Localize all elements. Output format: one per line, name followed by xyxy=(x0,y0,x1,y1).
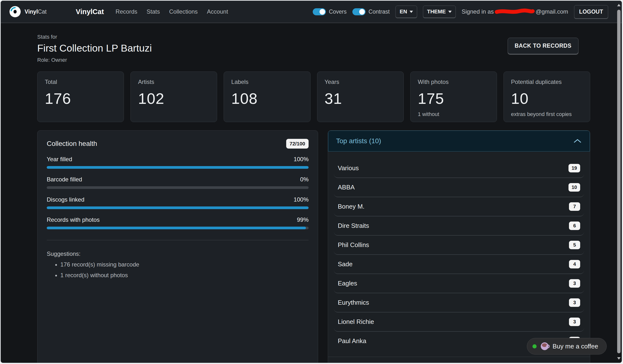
metric-value: 99% xyxy=(297,216,309,223)
artist-name: Sade xyxy=(338,261,353,268)
artist-name: ABBA xyxy=(338,183,355,191)
progress-bar xyxy=(47,186,309,189)
artist-count-badge: 5 xyxy=(569,241,580,249)
stat-card-subtext: 1 without xyxy=(418,111,490,118)
covers-toggle[interactable] xyxy=(313,8,326,15)
stat-card-label: Potential duplicates xyxy=(511,79,583,85)
artist-row: Boney M. 7 xyxy=(334,197,584,216)
vertical-scrollbar[interactable] xyxy=(617,1,621,362)
caret-down-icon xyxy=(448,11,452,13)
status-dot-icon xyxy=(533,344,537,348)
stat-card: With photos 175 1 without xyxy=(410,71,497,122)
vinyl-record-logo-icon xyxy=(9,6,21,17)
contrast-toggle-group: Contrast xyxy=(352,8,390,15)
health-metric-row: Barcode filled 0% xyxy=(47,176,309,189)
redaction-scribble xyxy=(494,8,535,15)
coffee-cup-icon xyxy=(541,342,549,350)
metric-label: Barcode filled xyxy=(47,176,82,183)
stat-card-value: 10 xyxy=(511,90,583,107)
stat-cards-row: Total 176 Artists 102 Labels 108 Years 3… xyxy=(37,71,590,122)
artist-row: Phil Collins 5 xyxy=(334,236,584,255)
buy-me-a-coffee-button[interactable]: Buy me a coffee xyxy=(527,338,607,355)
progress-bar xyxy=(47,227,309,229)
top-artists-list: Various 19 ABBA 10 Boney M. 7 Dire Strai… xyxy=(334,159,584,350)
scroll-up-arrow-icon[interactable] xyxy=(617,4,621,6)
email-suffix: @gmail.com xyxy=(536,8,568,15)
chevron-up-icon xyxy=(573,138,582,144)
nav-link-account[interactable]: Account xyxy=(207,8,228,15)
artist-row: ABBA 10 xyxy=(334,178,584,197)
stat-card-value: 176 xyxy=(45,90,116,107)
top-artists-accordion-header[interactable]: Top artists (10) xyxy=(328,131,590,151)
artist-row: Lionel Richie 3 xyxy=(334,312,584,332)
logo-wordmark: VinylCat xyxy=(24,8,46,15)
artist-count-badge: 3 xyxy=(569,318,580,326)
stat-card: Labels 108 xyxy=(224,71,310,122)
page-header: Stats for First Collection LP Bartuzi Ro… xyxy=(37,34,590,63)
collection-title: First Collection LP Bartuzi xyxy=(37,42,508,54)
logout-button[interactable]: LOGOUT xyxy=(574,5,608,19)
artist-count-badge: 4 xyxy=(569,260,580,268)
stat-card-label: Total xyxy=(45,79,116,85)
health-metrics: Year filled 100% Barcode filled 0% Disco… xyxy=(47,156,309,229)
artist-row: Eurythmics 3 xyxy=(334,293,584,312)
navbar-right: Covers Contrast EN THEME Signed in as xyxy=(313,5,608,19)
artist-row: Eagles 3 xyxy=(334,274,584,293)
signed-in-text: Signed in as @gmail.com xyxy=(462,8,568,15)
stat-card-label: Artists xyxy=(138,79,210,85)
artist-name: Phil Collins xyxy=(338,241,369,249)
metric-value: 0% xyxy=(300,176,309,183)
stat-card-label: Labels xyxy=(231,79,303,85)
coffee-button-label: Buy me a coffee xyxy=(553,343,598,350)
back-to-records-button[interactable]: BACK TO RECORDS xyxy=(508,38,578,54)
suggestions-title: Suggestions: xyxy=(47,250,309,257)
nav-link-stats[interactable]: Stats xyxy=(147,8,160,15)
theme-dropdown-button[interactable]: THEME xyxy=(423,6,456,18)
suggestion-item: 176 record(s) missing barcode xyxy=(60,261,309,268)
contrast-toggle[interactable] xyxy=(352,8,366,15)
stat-card: Years 31 xyxy=(317,71,404,122)
nav-link-collections[interactable]: Collections xyxy=(169,8,198,15)
artist-row: Various 19 xyxy=(334,159,584,178)
progress-bar-fill xyxy=(47,206,309,209)
health-metric-row: Records with photos 99% xyxy=(47,216,309,229)
artist-count-badge: 10 xyxy=(569,183,580,192)
scrollbar-thumb[interactable] xyxy=(617,10,621,353)
stat-card-value: 31 xyxy=(325,90,396,107)
covers-toggle-label: Covers xyxy=(329,8,347,15)
health-metric-row: Year filled 100% xyxy=(47,156,309,169)
stat-card: Artists 102 xyxy=(131,71,217,122)
artist-name: Boney M. xyxy=(338,203,365,210)
metric-label: Year filled xyxy=(47,156,72,163)
progress-bar-fill xyxy=(47,227,306,229)
brand-link[interactable]: VinylCat xyxy=(76,8,104,16)
contrast-toggle-label: Contrast xyxy=(368,8,390,15)
app-window: VinylCat VinylCat RecordsStatsCollection… xyxy=(0,0,622,363)
theme-label: THEME xyxy=(427,8,446,15)
stat-card-label: Years xyxy=(325,79,396,85)
collection-health-card: Collection health 72/100 Year filled 100… xyxy=(37,130,318,363)
health-title: Collection health xyxy=(47,140,97,148)
logo-link[interactable]: VinylCat xyxy=(9,6,46,17)
divider xyxy=(47,240,309,240)
nav-link-records[interactable]: Records xyxy=(116,8,137,15)
top-artists-title: Top artists (10) xyxy=(336,137,381,145)
suggestions-list: 176 record(s) missing barcode1 record(s)… xyxy=(47,261,309,279)
artist-count-badge: 3 xyxy=(569,298,580,307)
artist-row: Dire Straits 6 xyxy=(334,216,584,236)
stat-card: Potential duplicates 10 extras beyond fi… xyxy=(504,71,590,122)
artist-name: Paul Anka xyxy=(338,337,366,345)
health-score-badge: 72/100 xyxy=(286,139,309,149)
stat-card: Total 176 xyxy=(37,71,124,122)
navbar: VinylCat VinylCat RecordsStatsCollection… xyxy=(1,1,622,23)
progress-bar-fill xyxy=(47,166,309,169)
caret-down-icon xyxy=(410,11,413,13)
progress-bar xyxy=(47,166,309,169)
scroll-down-arrow-icon[interactable] xyxy=(617,357,621,360)
language-dropdown-button[interactable]: EN xyxy=(396,6,417,18)
stat-card-value: 102 xyxy=(138,90,210,107)
top-labels-accordion-header[interactable]: Top labels (10) xyxy=(328,357,590,363)
stat-card-value: 108 xyxy=(231,90,303,107)
stat-card-value: 175 xyxy=(418,90,490,107)
artist-name: Eurythmics xyxy=(338,299,369,306)
